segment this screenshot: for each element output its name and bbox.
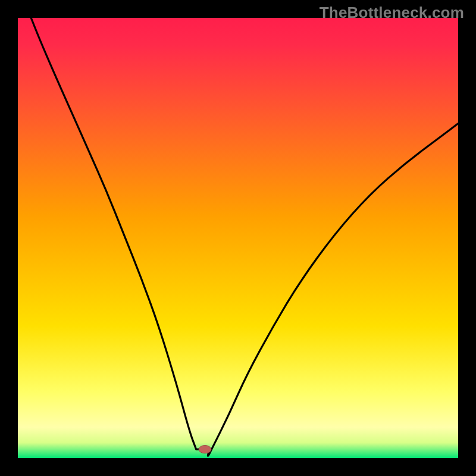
chart-frame: TheBottleneck.com xyxy=(0,0,476,476)
optimal-point-marker xyxy=(199,446,211,453)
watermark-text: TheBottleneck.com xyxy=(320,4,464,22)
plot-area xyxy=(18,18,458,458)
chart-svg xyxy=(18,18,458,458)
